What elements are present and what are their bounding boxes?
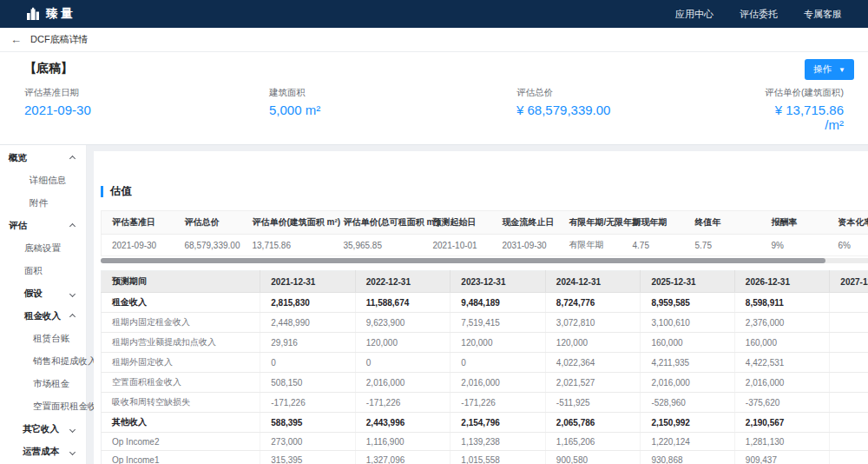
sidebar-item[interactable]: 评估 [0, 215, 86, 237]
forecast-row: 空置面积租金收入508,1502,016,0002,016,0002,021,5… [102, 373, 868, 393]
sidebar-item[interactable]: 概览 [0, 147, 86, 169]
sidebar-item-label: 面积 [24, 265, 43, 277]
back-arrow-icon[interactable]: ← [10, 33, 22, 46]
sidebar-item[interactable]: 底稿设置 [0, 237, 86, 260]
stat-value: ¥ 13,715.86 /m² [762, 103, 844, 132]
summary-stats: 评估基准日期2021-09-30建筑面积5,000 m²评估总价¥ 68,579… [24, 87, 844, 132]
forecast-cell: 2,016,000 [355, 373, 450, 393]
forecast-cell: 1,327,096 [355, 451, 450, 464]
forecast-cell: 2,016,000 [734, 373, 830, 393]
summary-col-header: 现金流终止日 [492, 211, 559, 235]
breadcrumb: ← DCF底稿详情 [0, 28, 868, 52]
summary-col-header: 评估单价(建筑面积 m²) [242, 211, 333, 235]
forecast-table-header-row: 预测期间2021-12-312022-12-312023-12-312024-1… [102, 271, 868, 293]
forecast-cell: 2,021,527 [545, 373, 641, 393]
forecast-cell: -171,226 [260, 393, 356, 413]
forecast-cell: 4,422,531 [734, 353, 830, 373]
valuation-summary-table: 评估基准日评估总价评估单价(建筑面积 m²)评估单价(总可租面积 m²)预测起始… [101, 210, 868, 256]
top-navbar: 臻量 应用中心评估委托专属客服 [0, 0, 868, 28]
forecast-cell: 2,016,000 [641, 373, 734, 393]
forecast-cell: 29,916 [260, 333, 356, 353]
sidebar-item[interactable]: 租金收入 [0, 305, 86, 328]
sidebar-item[interactable]: 详细信息 [0, 169, 86, 192]
chevron-up-icon [69, 222, 76, 229]
sidebar-item-label: 详细信息 [30, 175, 66, 187]
forecast-cell: -171,226 [355, 393, 450, 413]
forecast-cell: 160,000 [734, 333, 830, 353]
sidebar-item-label: 销售和提成收入 [33, 355, 97, 368]
scrollbar-thumb[interactable] [101, 258, 825, 263]
brand[interactable]: 臻量 [26, 6, 76, 22]
forecast-cell: 508,150 [260, 373, 356, 393]
forecast-cell: 273,000 [260, 433, 356, 451]
forecast-cell: -528,960 [641, 393, 734, 413]
forecast-cell: 0 [450, 353, 546, 373]
stat-value: 2021-09-30 [24, 103, 269, 117]
forecast-cell: 3,072,810 [545, 313, 641, 333]
forecast-cell: 2,016,000 [450, 373, 546, 393]
sidebar-item[interactable]: 市场租金 [0, 373, 86, 395]
chevron-down-icon [69, 426, 76, 432]
valuation-panel: 估值 导出 评估基准日评估总价评估单价(建筑面积 m²)评估单价(总可租面积 m… [94, 151, 868, 464]
sidebar-item[interactable]: 其它收入 [0, 418, 86, 441]
summary-col-header: 预测起始日 [423, 211, 492, 235]
action-button[interactable]: 操作 ▼ [805, 59, 854, 80]
brand-name: 臻量 [46, 6, 76, 22]
summary-cell: 2021-09-30 [102, 235, 174, 256]
chevron-up-icon [69, 313, 76, 319]
forecast-row: 租期内固定租金收入2,448,9909,623,9007,519,4153,07… [102, 313, 868, 333]
forecast-cell: 0 [355, 353, 450, 373]
summary-cell: 2021-10-01 [423, 235, 492, 256]
sidebar-item[interactable]: 假设 [0, 282, 86, 305]
sidebar-item-label: 其它收入 [23, 423, 59, 435]
period-header: 2022-12-31 [355, 271, 450, 293]
sidebar-item[interactable]: 销售和提成收入 [0, 350, 86, 373]
sidebar-item[interactable]: 面积 [0, 260, 86, 282]
page-title: DCF底稿详情 [30, 33, 89, 46]
sidebar-nav: 概览详细信息附件评估底稿设置面积假设租金收入租赁台账销售和提成收入市场租金空置面… [0, 145, 87, 464]
forecast-cell: 2,443,996 [355, 413, 450, 433]
nav-item-3[interactable]: 专属客服 [804, 8, 842, 21]
draft-title: 【底稿】 [24, 61, 844, 76]
forecast-row-label: 吸收和周转空缺损失 [102, 393, 260, 413]
forecast-cell [830, 353, 868, 373]
summary-table-data-row: 2021-09-3068,579,339.0013,715.8635,965.8… [102, 235, 868, 256]
sidebar-item[interactable]: 空置面积租金收入 [0, 395, 86, 418]
forecast-cell: 4,022,364 [545, 353, 641, 373]
sidebar-item-label: 运营成本 [23, 446, 59, 458]
forecast-row-label: Op Income2 [102, 433, 260, 451]
forecast-cell: 8,959,585 [641, 293, 734, 313]
period-header: 2021-12-31 [260, 271, 356, 293]
forecast-row: Op Income1315,3951,327,0961,015,558900,5… [102, 451, 868, 464]
forecast-cell: 3,100,610 [641, 313, 734, 333]
period-header: 2023-12-31 [450, 271, 546, 293]
summary-col-header: 评估单价(总可租面积 m²) [333, 211, 423, 235]
forecast-cell: 2,815,830 [260, 293, 356, 313]
forecast-cell: 930,868 [641, 451, 734, 464]
sidebar-item[interactable]: 附件 [0, 192, 86, 215]
forecast-row: 租期外固定收入0004,022,3644,211,9354,422,531 [102, 353, 868, 373]
summary-cell: 5.75 [685, 235, 761, 256]
sidebar-item[interactable]: 租赁台账 [0, 328, 86, 350]
forecast-cell: 1,165,206 [545, 433, 641, 451]
navbar-menu: 应用中心评估委托专属客服 [675, 8, 842, 21]
summary-stat-2: 建筑面积5,000 m² [269, 87, 516, 132]
sidebar-item[interactable]: 运营成本 [0, 441, 86, 463]
forecast-cell: 2,448,990 [260, 313, 356, 333]
summary-cell: 6% [828, 235, 868, 256]
forecast-row-label: 租期内固定租金收入 [102, 313, 260, 333]
stat-label: 评估基准日期 [24, 87, 269, 99]
forecast-cell: 9,484,189 [450, 293, 546, 313]
summary-cell: 13,715.86 [242, 235, 333, 256]
sidebar-item-label: 假设 [24, 288, 43, 300]
forecast-row: 其他收入588,3952,443,9962,154,7962,065,7862,… [102, 413, 868, 433]
summary-cell: 2031-09-30 [492, 235, 559, 256]
sidebar-item-label: 租赁台账 [33, 333, 69, 345]
forecast-cell: 1,015,558 [450, 451, 546, 464]
forecast-cell [830, 451, 868, 464]
forecast-cell: 2,376,000 [734, 313, 830, 333]
nav-item-1[interactable]: 应用中心 [675, 8, 713, 21]
nav-item-2[interactable]: 评估委托 [740, 8, 778, 21]
forecast-cell: 120,000 [355, 333, 450, 353]
summary-stat-3: 评估总价¥ 68,579,339.00 [516, 87, 762, 132]
